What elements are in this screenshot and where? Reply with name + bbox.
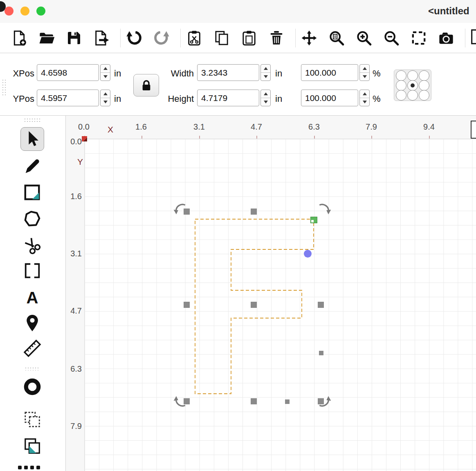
scale-x-stepper[interactable] [359, 64, 370, 81]
anchor-bottom-left[interactable] [396, 90, 406, 101]
up-arrow-icon [264, 67, 268, 70]
anchor-middle-right[interactable] [419, 80, 429, 91]
crop-tool[interactable] [20, 259, 44, 283]
width-input[interactable] [197, 64, 259, 81]
import-button[interactable] [93, 29, 110, 47]
stepper-down[interactable] [360, 98, 369, 106]
resize-handle-middle-center[interactable] [251, 302, 257, 308]
width-stepper[interactable] [260, 64, 271, 81]
close-window-button[interactable] [4, 7, 13, 16]
down-arrow-icon [103, 101, 108, 103]
anchor-bottom-right[interactable] [419, 90, 429, 101]
resize-handle-bottom-right[interactable] [318, 398, 324, 404]
marquee-select-button[interactable] [410, 29, 427, 47]
clip-tool[interactable] [20, 434, 44, 458]
rectangle-tool[interactable] [20, 181, 44, 204]
open-button[interactable] [38, 29, 55, 47]
ruler-icon [23, 339, 42, 358]
zoom-out-button[interactable] [383, 29, 400, 47]
anchor-middle-left[interactable] [396, 80, 406, 91]
ruler-tool[interactable] [20, 336, 44, 360]
stepper-up[interactable] [101, 90, 110, 98]
resize-handle-middle-right[interactable] [318, 302, 324, 308]
stepper-up[interactable] [261, 65, 270, 73]
paste-button[interactable] [240, 29, 258, 47]
stepper-up[interactable] [261, 90, 270, 98]
select-tool[interactable] [20, 127, 44, 151]
trash-icon [268, 30, 285, 46]
new-document-button[interactable] [11, 29, 28, 47]
height-unit: in [275, 94, 282, 104]
clipped-ruler-widget [471, 121, 476, 139]
cut-button[interactable] [186, 29, 203, 47]
xpos-stepper[interactable] [100, 64, 110, 81]
minimize-window-button[interactable] [20, 7, 29, 16]
palette-drag-grip[interactable] [24, 118, 42, 122]
stepper-down[interactable] [261, 73, 270, 81]
scale-x-input[interactable] [301, 64, 358, 81]
ring-tool[interactable] [20, 375, 44, 399]
dot [24, 466, 28, 469]
text-tool[interactable]: A [20, 286, 44, 310]
polygon-tool[interactable] [20, 207, 44, 231]
anchor-top-right[interactable] [419, 70, 429, 81]
xpos-input[interactable] [37, 64, 99, 81]
ypos-stepper[interactable] [100, 90, 110, 106]
stepper-down[interactable] [101, 98, 110, 106]
resize-handle-bottom-left[interactable] [184, 398, 190, 404]
copy-button[interactable] [213, 29, 230, 47]
resize-handle-top-center[interactable] [251, 209, 257, 215]
design-canvas[interactable] [85, 139, 476, 471]
x-tick-label: 7.9 [366, 122, 377, 132]
palette-section-grip[interactable] [25, 367, 40, 370]
resize-handle-top-left[interactable] [184, 209, 190, 215]
toolbar-separator [295, 29, 296, 47]
stepper-down[interactable] [360, 73, 369, 81]
move-icon [301, 30, 317, 46]
pencil-icon [23, 157, 42, 176]
anchor-top-center[interactable] [407, 70, 418, 81]
undo-button[interactable] [126, 29, 143, 47]
zoom-window-button[interactable] [36, 7, 45, 16]
stepper-up[interactable] [101, 65, 110, 73]
scale-y-stepper[interactable] [359, 90, 370, 106]
height-stepper[interactable] [260, 90, 271, 106]
node-handle-bottom[interactable] [285, 399, 290, 404]
stepper-down[interactable] [101, 73, 110, 81]
stepper-down[interactable] [261, 98, 270, 106]
special-handle-green[interactable] [310, 217, 317, 223]
rotate-handle-top-right[interactable] [318, 202, 332, 215]
snapshot-button[interactable] [438, 29, 455, 47]
clipped-toolbar-button[interactable] [469, 29, 476, 47]
delete-button[interactable] [268, 29, 285, 47]
anchor-top-left[interactable] [396, 70, 406, 81]
scale-y-input[interactable] [301, 90, 358, 106]
selected-shape-outline[interactable] [85, 139, 476, 471]
redo-button[interactable] [153, 29, 170, 47]
title-bar: <untitled [0, 0, 476, 23]
save-button[interactable] [65, 29, 83, 47]
anchor-middle-center[interactable] [407, 80, 418, 91]
zoom-in-button[interactable] [355, 29, 373, 47]
paste-icon [241, 30, 257, 46]
clipped-palette-tool[interactable] [18, 466, 40, 469]
node-handle-right[interactable] [319, 351, 323, 355]
ypos-input[interactable] [37, 90, 99, 106]
resize-handle-middle-left[interactable] [184, 302, 190, 308]
zoom-page-button[interactable] [328, 29, 345, 47]
anchor-bottom-center[interactable] [407, 90, 418, 101]
toolbar-separator [465, 29, 465, 47]
weld-tool[interactable] [20, 408, 44, 431]
height-input[interactable] [197, 90, 259, 106]
resize-handle-bottom-center[interactable] [251, 398, 257, 404]
node-point-blue[interactable] [304, 250, 312, 258]
scissors-tool[interactable] [20, 234, 44, 258]
move-button[interactable] [301, 29, 318, 47]
lock-aspect-button[interactable] [133, 74, 159, 96]
pencil-tool[interactable] [20, 155, 44, 178]
stepper-up[interactable] [360, 90, 369, 98]
stepper-up[interactable] [360, 65, 369, 73]
properties-drag-grip[interactable] [2, 79, 6, 95]
location-tool[interactable] [20, 311, 44, 335]
new-document-icon [11, 30, 27, 46]
